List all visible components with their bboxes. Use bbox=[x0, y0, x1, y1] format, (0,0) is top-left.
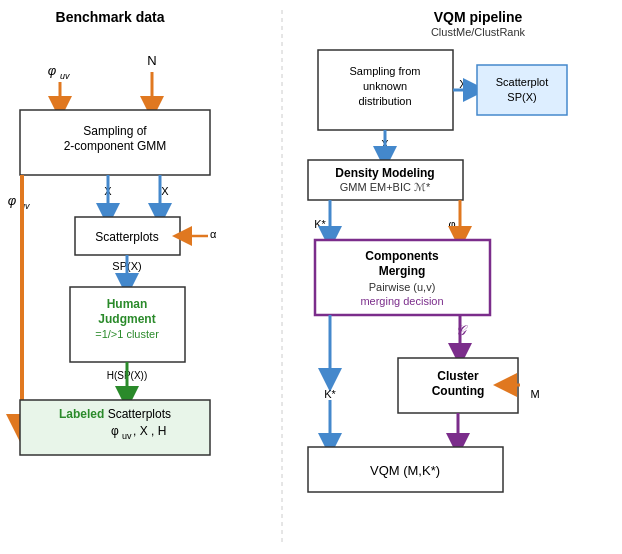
svg-text:K*: K* bbox=[314, 218, 326, 230]
benchmark-title: Benchmark data bbox=[56, 9, 165, 25]
svg-text:Scatterplot: Scatterplot bbox=[496, 76, 549, 88]
svg-text:𝒢: 𝒢 bbox=[455, 322, 468, 338]
svg-rect-60 bbox=[398, 358, 518, 413]
svg-rect-37 bbox=[477, 65, 567, 115]
svg-text:, X , H: , X , H bbox=[133, 424, 166, 438]
svg-text:GMM EM+BIC ℳ*: GMM EM+BIC ℳ* bbox=[340, 181, 431, 193]
svg-text:uv: uv bbox=[20, 201, 30, 211]
svg-text:Counting: Counting bbox=[432, 384, 485, 398]
svg-text:X: X bbox=[161, 185, 169, 197]
svg-rect-18 bbox=[70, 287, 185, 362]
svg-text:Components: Components bbox=[365, 249, 439, 263]
svg-rect-24 bbox=[20, 400, 210, 455]
svg-text:Sampling of: Sampling of bbox=[83, 124, 147, 138]
svg-rect-2 bbox=[20, 110, 210, 175]
svg-rect-31 bbox=[318, 50, 453, 130]
svg-text:Scatterplots: Scatterplots bbox=[95, 230, 158, 244]
svg-text:2-component GMM: 2-component GMM bbox=[64, 139, 167, 153]
svg-text:Labeled Scatterplots: Labeled Scatterplots bbox=[59, 407, 171, 421]
svg-text:K*: K* bbox=[324, 388, 336, 400]
svg-text:SP(X): SP(X) bbox=[112, 260, 141, 272]
svg-text:GMM EM+BIC ℳ*: GMM EM+BIC ℳ* bbox=[340, 180, 431, 192]
svg-rect-52 bbox=[315, 240, 490, 315]
diagram-svg: Benchmark data φ uv N bbox=[0, 0, 622, 554]
svg-text:K*: K* bbox=[460, 224, 470, 234]
svg-rect-44 bbox=[308, 160, 463, 200]
svg-text:Density Modeling: Density Modeling bbox=[331, 163, 439, 178]
svg-text:X: X bbox=[459, 78, 467, 90]
svg-text:Cluster: Cluster bbox=[437, 369, 479, 383]
svg-rect-68 bbox=[308, 447, 503, 492]
svg-text:α: α bbox=[210, 228, 217, 240]
svg-text:distribution: distribution bbox=[358, 95, 411, 107]
svg-text:Merging: Merging bbox=[379, 264, 426, 278]
svg-text:SP(X): SP(X) bbox=[507, 91, 536, 103]
svg-rect-12 bbox=[75, 217, 180, 255]
phi-uv-sub-top: uv bbox=[60, 71, 70, 81]
svg-text:unknown: unknown bbox=[363, 80, 407, 92]
svg-text:M: M bbox=[530, 388, 539, 400]
svg-text:X: X bbox=[104, 185, 112, 197]
svg-text:φ: φ bbox=[448, 218, 455, 230]
svg-text:H(SP(X)): H(SP(X)) bbox=[107, 370, 148, 381]
svg-text:Density Modeling: Density Modeling bbox=[335, 166, 434, 180]
svg-text:Sampling from: Sampling from bbox=[350, 65, 421, 77]
svg-text:merging decision: merging decision bbox=[360, 295, 443, 307]
svg-text:Pairwise (u,v): Pairwise (u,v) bbox=[369, 281, 436, 293]
svg-text:Judgment: Judgment bbox=[98, 312, 155, 326]
diagram-container: Benchmark data φ uv N bbox=[0, 0, 622, 554]
svg-text:uv: uv bbox=[122, 431, 132, 441]
svg-text:ClustMe/ClustRank: ClustMe/ClustRank bbox=[431, 26, 526, 38]
svg-text:Human: Human bbox=[107, 297, 148, 311]
phi-uv-top-label: φ bbox=[48, 63, 57, 78]
svg-text:φ: φ bbox=[8, 193, 17, 208]
svg-text:φ: φ bbox=[111, 424, 119, 438]
svg-text:=1/>1 cluster: =1/>1 cluster bbox=[95, 328, 159, 340]
svg-text:VQM (M,K*): VQM (M,K*) bbox=[370, 463, 440, 478]
svg-text:X: X bbox=[381, 138, 389, 150]
svg-text:VQM pipeline: VQM pipeline bbox=[434, 9, 523, 25]
n-label: N bbox=[147, 53, 156, 68]
